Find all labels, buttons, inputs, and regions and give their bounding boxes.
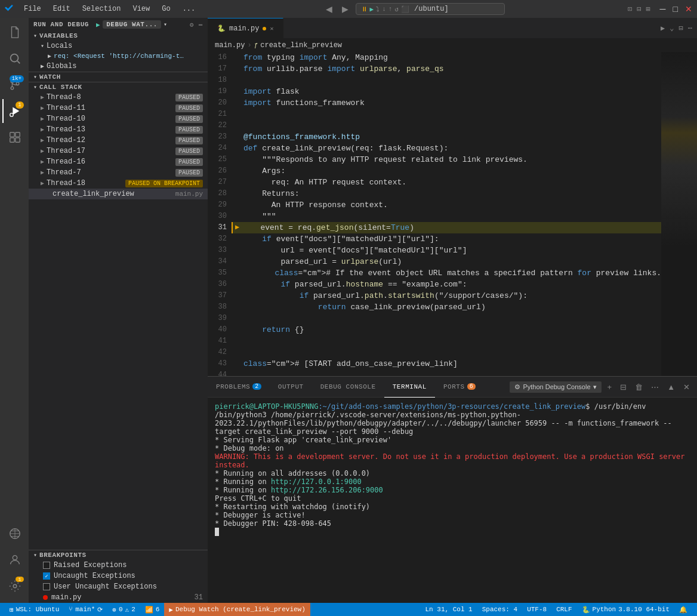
menu-file[interactable]: File [19, 4, 46, 14]
git-branch[interactable]: ⑂ main* ⟳ [64, 603, 107, 616]
breakpoint-item[interactable]: User Uncaught Exceptions [29, 581, 208, 592]
menu-go[interactable]: Go [157, 4, 175, 14]
wsl-indicator[interactable]: ⊞ WSL: Ubuntu [5, 603, 64, 616]
layout-icon[interactable]: ⊡ [628, 5, 632, 14]
thread-item[interactable]: ▶ Thread-8 PAUSED [29, 92, 208, 103]
thread-item[interactable]: ▶ Thread-18 PAUSED ON BREAKPOINT [29, 178, 208, 189]
menu-view[interactable]: View [128, 4, 155, 14]
thread-item[interactable]: ▶ Thread-16 PAUSED [29, 156, 208, 167]
breadcrumb-fn[interactable]: ƒ create_link_preview [254, 41, 342, 50]
breadcrumb-file[interactable]: main.py [215, 41, 245, 50]
more-icon[interactable]: ⋯ [199, 21, 203, 29]
notifications[interactable]: 🔔 [674, 603, 692, 616]
indentation[interactable]: Spaces: 4 [477, 603, 522, 616]
errors-warnings[interactable]: ⊗ 0 ⚠ 2 [107, 603, 140, 616]
terminal-cursor [215, 528, 219, 536]
code-line: url = event["docs"]["matchedUrl"]["url"] [232, 245, 661, 256]
live-share[interactable]: 📶 6 [140, 603, 165, 616]
activity-extensions[interactable] [2, 125, 26, 149]
code-line: import functions_framework [232, 97, 661, 109]
thread-item[interactable]: ▶ Thread-7 PAUSED [29, 167, 208, 178]
problems-tab[interactable]: PROBLEMS 2 [208, 377, 270, 398]
more-actions-icon[interactable]: ⋯ [688, 24, 692, 33]
minimize-button[interactable]: ─ [660, 4, 666, 14]
breakpoints-header[interactable]: ▾ BREAKPOINTS [29, 550, 208, 560]
layout-icon3[interactable]: ⊞ [646, 5, 650, 14]
more-panel-btn[interactable]: ⋯ [649, 381, 661, 393]
title-path: /ubuntu] [414, 5, 449, 13]
output-tab[interactable]: OUTPUT [270, 377, 312, 398]
thread-item[interactable]: ▶ Thread-10 PAUSED [29, 113, 208, 124]
callstack-frame[interactable]: create_link_preview main.py [29, 189, 208, 199]
run-icon[interactable]: ▶ [661, 24, 665, 33]
locals-item[interactable]: ▾ Locals [29, 41, 208, 51]
python-version[interactable]: 🐍 Python 3.8.10 64-bit [577, 603, 674, 616]
req-item[interactable]: ▶ req: <Request 'http://charming-tro... [29, 51, 208, 61]
warning-icon: ⚠ [125, 606, 129, 614]
forward-button[interactable]: ▶ [340, 3, 351, 15]
callstack-header[interactable]: ▾ CALL STACK [29, 82, 208, 92]
ports-tab[interactable]: PORTS 6 [435, 377, 484, 398]
maximize-button[interactable]: □ [673, 4, 678, 14]
terminal-tab[interactable]: TERMINAL [384, 377, 435, 398]
debug-session[interactable]: ▶ Debug Watch (create_link_preview) [164, 603, 310, 616]
thread-item[interactable]: ▶ Thread-17 PAUSED [29, 146, 208, 156]
back-button[interactable]: ◀ [323, 3, 335, 15]
activity-remote[interactable] [2, 522, 26, 546]
breakpoint-item[interactable]: main.py 31 [29, 592, 208, 603]
activity-settings[interactable]: 1 [2, 574, 26, 598]
code-area: 1617181920212223242526272829303132333435… [208, 52, 697, 376]
line-ending[interactable]: CRLF [551, 603, 576, 616]
activity-account[interactable] [2, 548, 26, 572]
window-controls: ─ □ ✕ [660, 4, 692, 14]
run-debug-header: RUN AND DEBUG ▶ Debug Wat... ▾ ⚙ ⋯ [29, 18, 208, 31]
settings-gear-icon[interactable]: ⚙ [190, 21, 194, 29]
sidebar: RUN AND DEBUG ▶ Debug Wat... ▾ ⚙ ⋯ ▾ VAR… [29, 18, 208, 603]
code-editor[interactable]: 1617181920212223242526272829303132333435… [208, 52, 661, 376]
chevron-down-icon: ▾ [593, 383, 597, 391]
activity-search[interactable] [2, 47, 26, 70]
globals-item[interactable]: ▶ Globals [29, 61, 208, 72]
bp-checkbox[interactable]: ✓ [43, 572, 50, 580]
layout-icon2[interactable]: ⊟ [637, 5, 641, 14]
split-editor-icon[interactable]: ⊟ [679, 24, 683, 33]
bp-checkbox[interactable] [43, 583, 50, 590]
main-py-tab[interactable]: 🐍 main.py ✕ [208, 18, 283, 39]
bp-checkbox[interactable] [43, 562, 50, 569]
encoding[interactable]: UTF-8 [522, 603, 551, 616]
breakpoint-item[interactable]: ✓ Uncaught Exceptions [29, 571, 208, 581]
terminal-content[interactable]: pierrick@LAPTOP-HKU5PNNG:~/git/add-ons-s… [208, 398, 697, 603]
menu-selection[interactable]: Selection [78, 4, 126, 14]
cursor-position[interactable]: Ln 31, Col 1 [421, 603, 477, 616]
tab-close-btn[interactable]: ✕ [270, 25, 273, 32]
variables-caret: ▾ [33, 32, 37, 39]
line-number: 33 [212, 245, 227, 256]
chevron-down-icon[interactable]: ⌄ [670, 24, 674, 33]
watch-header[interactable]: ▾ WATCH [29, 72, 208, 82]
line-number: 17 [212, 63, 227, 75]
bp-name: Raised Exceptions [54, 561, 203, 569]
thread-item[interactable]: ▶ Thread-13 PAUSED [29, 124, 208, 135]
close-button[interactable]: ✕ [685, 4, 692, 14]
add-terminal-btn[interactable]: + [605, 381, 615, 393]
python-console-btn[interactable]: ⚙ Python Debug Console ▾ [510, 381, 601, 393]
maximize-panel-btn[interactable]: ▲ [665, 381, 677, 393]
trash-terminal-btn[interactable]: 🗑 [633, 381, 645, 393]
req-label: req: <Request 'http://charming-tro... [54, 53, 185, 60]
activity-explorer[interactable] [2, 20, 26, 44]
thread-item[interactable]: ▶ Thread-12 PAUSED [29, 135, 208, 146]
close-panel-btn[interactable]: ✕ [681, 381, 692, 393]
split-terminal-btn[interactable]: ⊟ [618, 381, 629, 393]
debug-console-tab[interactable]: DEBUG CONSOLE [312, 377, 384, 398]
remote-connection-icon: ⊞ [10, 606, 14, 614]
menu-more[interactable]: ... [178, 4, 201, 14]
activity-run-debug[interactable]: 1 [2, 99, 26, 123]
breakpoints-label: BREAKPOINTS [39, 552, 87, 559]
menu-edit[interactable]: Edit [48, 4, 75, 14]
activity-source-control[interactable]: 1k+ [2, 73, 26, 97]
thread-item[interactable]: ▶ Thread-11 PAUSED [29, 103, 208, 113]
breakpoint-item[interactable]: Raised Exceptions [29, 560, 208, 571]
debug-config[interactable]: Debug Wat... [103, 20, 161, 29]
variables-header[interactable]: ▾ VARIABLES [29, 31, 208, 41]
terminal-running-local: * Running on http://127.0.0.1:9000 [215, 478, 690, 486]
